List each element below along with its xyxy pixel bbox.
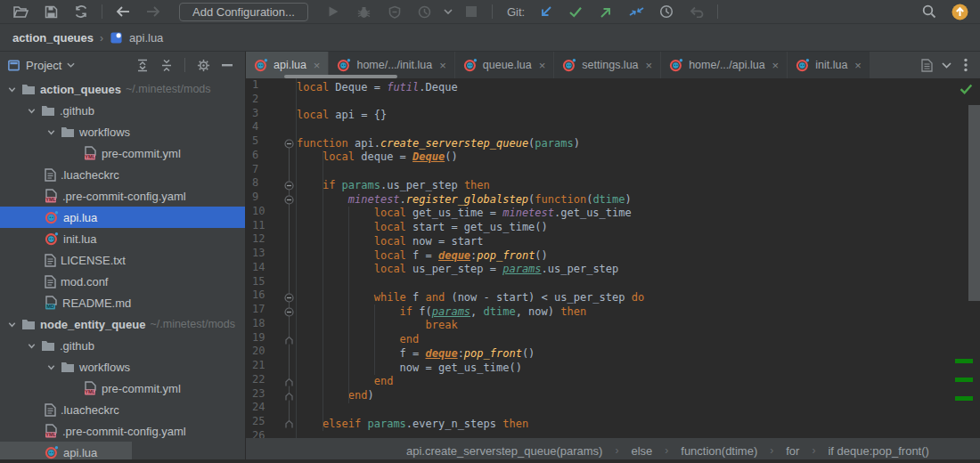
git-update-icon[interactable] <box>534 0 557 23</box>
tree-expand-chevron-icon[interactable] <box>46 362 56 372</box>
fold-end-icon[interactable] <box>284 392 294 402</box>
tab-close-icon[interactable]: × <box>772 59 780 72</box>
code-line-18: break <box>297 319 980 333</box>
tree-item-.pre-commit-config.yaml[interactable]: YML.pre-commit-config.yaml <box>0 420 245 442</box>
code-breadcrumb-item[interactable]: for <box>786 444 799 458</box>
fold-end-icon[interactable] <box>284 336 294 345</box>
tree-expand-chevron-icon[interactable] <box>7 320 17 329</box>
tree-item-action_queues[interactable]: action_queues~/.minetest/mods <box>0 78 245 100</box>
settings-gear-icon[interactable] <box>197 59 210 72</box>
tab-close-icon[interactable]: × <box>314 59 321 72</box>
code-breadcrumb-item[interactable]: function(dtime) <box>681 444 757 458</box>
code-breadcrumb-item[interactable]: else <box>631 444 652 458</box>
editor-scrollbar[interactable] <box>968 105 980 301</box>
forward-icon[interactable] <box>142 0 165 23</box>
save-icon[interactable] <box>39 0 62 23</box>
tree-item-label: pre-commit.yml <box>102 147 181 160</box>
editor-tab-queue.lua[interactable]: queue.lua× <box>455 52 554 78</box>
tree-item-node_entity_queue[interactable]: node_entity_queue~/.minetest/mods <box>0 313 245 335</box>
stop-icon[interactable] <box>460 0 483 23</box>
editor-tab-home/.../api.lua[interactable]: home/.../api.lua× <box>661 52 787 78</box>
run-icon[interactable] <box>323 0 346 23</box>
search-everywhere-icon[interactable] <box>918 0 941 23</box>
sync-icon[interactable] <box>69 0 93 23</box>
tab-label: init.lua <box>815 59 847 71</box>
add-configuration-button[interactable]: Add Configuration... <box>179 3 308 21</box>
tree-item-path: ~/.minetest/mods <box>150 318 235 330</box>
breadcrumb-separator: › <box>100 32 103 45</box>
show-hidden-tabs-chevron-icon[interactable] <box>942 62 951 69</box>
folder-icon <box>41 104 55 117</box>
inspections-ok-icon[interactable] <box>960 84 973 94</box>
markdown-file-icon: MD <box>45 296 58 310</box>
tree-item-.github[interactable]: .github <box>0 100 245 121</box>
tree-item-label: .pre-commit-config.yaml <box>62 190 186 203</box>
tree-item-README.md[interactable]: MDREADME.md <box>0 292 245 313</box>
tree-item-api.lua[interactable]: api.lua <box>0 207 245 228</box>
yaml-file-icon: YML <box>84 381 97 395</box>
tree-item-.github[interactable]: .github <box>0 335 245 356</box>
project-views-chevron-icon[interactable] <box>67 62 75 68</box>
collapse-all-icon[interactable] <box>160 59 173 72</box>
breadcrumb-file[interactable]: api.lua <box>129 31 163 45</box>
git-push-icon[interactable] <box>594 0 617 23</box>
tree-expand-chevron-icon[interactable] <box>27 106 37 116</box>
profiler-icon[interactable] <box>413 0 437 23</box>
svg-text:MD: MD <box>46 304 54 309</box>
tree-item-pre-commit.yml[interactable]: YMLpre-commit.yml <box>0 378 245 399</box>
breadcrumb-project[interactable]: action_queues <box>12 31 94 45</box>
tab-options-kebab-icon[interactable] <box>960 58 971 72</box>
tree-item-.pre-commit-config.yaml[interactable]: YML.pre-commit-config.yaml <box>0 185 245 207</box>
fold-collapse-icon[interactable] <box>284 293 294 303</box>
tree-expand-chevron-icon[interactable] <box>7 85 17 94</box>
tab-close-icon[interactable]: × <box>854 59 862 72</box>
fold-collapse-icon[interactable] <box>284 139 294 149</box>
back-icon[interactable] <box>111 0 135 23</box>
tab-close-icon[interactable]: × <box>646 59 653 72</box>
tree-item-.luacheckrc[interactable]: .luacheckrc <box>0 164 245 185</box>
tree-item-pre-commit.yml[interactable]: YMLpre-commit.yml <box>0 142 245 164</box>
lua-file-icon <box>337 58 351 72</box>
hidden-tab-file-icon[interactable] <box>921 59 933 72</box>
breadcrumb-separator: › <box>665 444 668 457</box>
code-editor[interactable]: 1234567891011121314151617181920212223242… <box>246 78 980 438</box>
project-panel-title[interactable]: Project <box>26 59 61 72</box>
text-file-icon <box>45 254 56 267</box>
run-options-chevron-icon[interactable] <box>444 9 453 14</box>
git-merge-icon[interactable] <box>625 0 648 23</box>
fold-collapse-icon[interactable] <box>284 181 294 191</box>
expand-all-icon[interactable] <box>136 59 149 72</box>
editor-tabs: api.lua×home/.../init.lua×queue.lua×sett… <box>246 52 980 78</box>
tree-item-workflows[interactable]: workflows <box>0 121 245 142</box>
fold-end-icon[interactable] <box>284 419 294 429</box>
git-commit-icon[interactable] <box>564 0 587 23</box>
history-icon[interactable] <box>655 0 678 23</box>
folder-icon <box>41 339 55 352</box>
open-folder-icon[interactable] <box>9 0 32 23</box>
editor-tab-init.lua[interactable]: init.lua× <box>788 52 870 78</box>
fold-collapse-icon[interactable] <box>284 307 294 317</box>
code-breadcrumb-item[interactable]: if deque:pop_front() <box>828 444 928 458</box>
tree-item-LICENSE.txt[interactable]: LICENSE.txt <box>0 249 245 271</box>
code-line-4 <box>297 123 980 137</box>
indent-guide <box>374 305 375 375</box>
tree-expand-chevron-icon[interactable] <box>46 127 56 137</box>
tab-close-icon[interactable]: × <box>539 59 546 72</box>
update-available-icon[interactable] <box>948 0 971 23</box>
tree-expand-chevron-icon[interactable] <box>27 341 37 351</box>
lua-file-icon <box>562 58 576 72</box>
coverage-icon[interactable] <box>383 0 406 23</box>
code-line-7 <box>297 165 980 179</box>
tree-item-.luacheckrc[interactable]: .luacheckrc <box>0 399 245 420</box>
rollback-icon[interactable] <box>685 0 708 23</box>
editor-tab-settings.lua[interactable]: settings.lua× <box>554 52 660 78</box>
tree-item-workflows[interactable]: workflows <box>0 356 245 378</box>
tab-close-icon[interactable]: × <box>439 59 446 72</box>
hide-panel-icon[interactable] <box>222 64 233 67</box>
tree-item-init.lua[interactable]: init.lua <box>0 228 245 249</box>
fold-collapse-icon[interactable] <box>284 195 294 205</box>
code-breadcrumb-item[interactable]: api.create_serverstep_queue(params) <box>406 444 602 458</box>
fold-end-icon[interactable] <box>284 378 294 387</box>
debug-icon[interactable] <box>353 0 376 23</box>
tree-item-mod.conf[interactable]: mod.conf <box>0 271 245 292</box>
